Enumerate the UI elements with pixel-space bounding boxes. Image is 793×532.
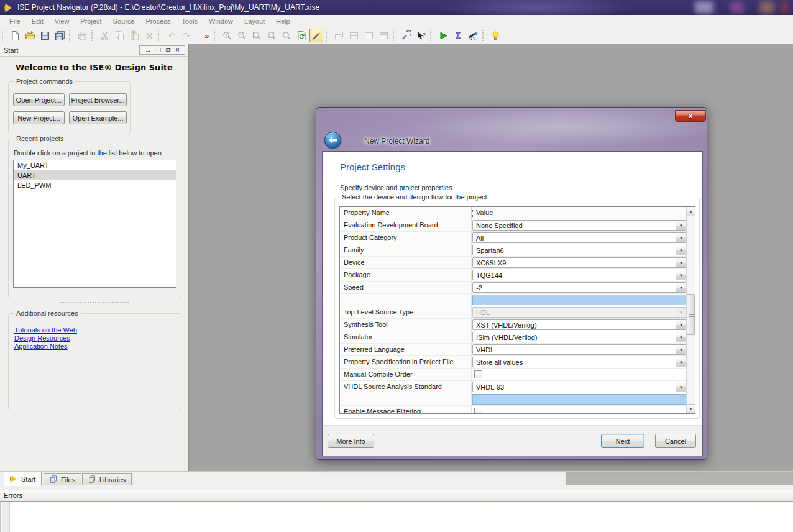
combo-simulator[interactable]: ISim (VHDL/Verilog)▼: [472, 332, 687, 342]
tab-start[interactable]: Start: [4, 472, 42, 486]
paste-icon[interactable]: [127, 29, 141, 42]
whats-this-help-icon[interactable]: ?: [414, 29, 428, 42]
menu-process[interactable]: Process: [140, 15, 176, 27]
project-browser-button[interactable]: Project Browser...: [69, 93, 127, 106]
combo-package[interactable]: TQG144▼: [472, 270, 687, 280]
chevron-down-icon[interactable]: ▼: [676, 345, 686, 354]
next-button[interactable]: Next: [601, 434, 644, 448]
tip-lightbulb-icon[interactable]: [488, 29, 502, 42]
combo-product-category[interactable]: All▼: [472, 232, 687, 243]
print-icon[interactable]: [75, 29, 89, 42]
combo-evaluation-development-board[interactable]: None Specified▼: [472, 220, 687, 231]
delete-icon[interactable]: [142, 29, 156, 42]
application-notes-link[interactable]: Application Notes: [14, 342, 77, 350]
toolbar-overflow-chevron[interactable]: »: [201, 31, 212, 40]
menu-layout[interactable]: Layout: [239, 15, 270, 27]
back-button[interactable]: [324, 132, 341, 149]
scroll-up-icon[interactable]: ▲: [687, 207, 695, 216]
property-value-cell: [472, 393, 687, 406]
scrollbar-thumb[interactable]: [687, 294, 695, 335]
refresh-view-icon[interactable]: [295, 29, 308, 42]
table-scrollbar[interactable]: ▲ ▼: [686, 207, 695, 413]
chevron-down-icon[interactable]: ▼: [676, 233, 686, 242]
combo-family[interactable]: Spartan6▼: [472, 245, 687, 255]
open-project-icon[interactable]: [23, 29, 37, 42]
zoom-box-icon[interactable]: [265, 29, 278, 42]
cascade-windows-icon[interactable]: [332, 29, 346, 42]
open-project-button[interactable]: Open Project...: [13, 93, 65, 106]
list-item-led-pwm[interactable]: LED_PWM: [14, 180, 176, 190]
chevron-down-icon[interactable]: ▼: [676, 382, 686, 392]
chevron-down-icon[interactable]: ▼: [676, 221, 686, 230]
combo-value: XC6SLX9: [476, 258, 506, 268]
chevron-down-icon[interactable]: ▼: [676, 320, 686, 329]
combo-device[interactable]: XC6SLX9▼: [472, 257, 687, 268]
combo-synthesis-tool[interactable]: XST (VHDL/Verilog)▼: [472, 319, 687, 330]
back-arrow-icon: [329, 137, 337, 144]
open-example-button[interactable]: Open Example...: [69, 111, 127, 124]
panel-restore-icon[interactable]: ⧉: [163, 46, 173, 54]
device-groupbox-label: Select the device and design flow for th…: [339, 193, 490, 201]
chevron-down-icon[interactable]: ▼: [676, 270, 686, 280]
panel-float-icon[interactable]: ↔: [142, 46, 154, 54]
tab-files[interactable]: Files: [44, 473, 81, 486]
scroll-down-icon[interactable]: ▼: [687, 404, 695, 413]
zoom-in-icon[interactable]: [220, 29, 234, 42]
tutorials-link[interactable]: Tutorials on the Web: [14, 326, 77, 334]
combo-speed[interactable]: -2▼: [472, 282, 687, 293]
menu-window[interactable]: Window: [203, 15, 239, 27]
errors-console[interactable]: [0, 502, 793, 532]
menu-source[interactable]: Source: [108, 15, 140, 27]
chevron-down-icon[interactable]: ▼: [676, 245, 686, 255]
tab-libraries[interactable]: Libraries: [82, 473, 132, 486]
restore-windows-icon[interactable]: [377, 29, 390, 42]
menu-file[interactable]: File: [4, 15, 26, 27]
list-item-my-uart[interactable]: My_UART: [14, 160, 176, 170]
zoom-selection-icon[interactable]: [280, 29, 293, 42]
run-icon[interactable]: [436, 29, 450, 42]
new-file-icon[interactable]: [8, 29, 22, 42]
project-settings-wrench-icon[interactable]: [399, 29, 413, 42]
panel-maximize-icon[interactable]: □: [154, 46, 163, 54]
design-summary-sigma-icon[interactable]: Σ: [451, 29, 465, 42]
menu-edit[interactable]: Edit: [26, 15, 49, 27]
chevron-down-icon[interactable]: ▼: [676, 332, 686, 342]
menu-view[interactable]: View: [49, 15, 75, 27]
copy-icon[interactable]: [112, 29, 126, 42]
cut-icon[interactable]: [98, 29, 111, 42]
chevron-down-icon[interactable]: ▼: [676, 357, 686, 367]
new-project-button[interactable]: New Project...: [13, 111, 65, 124]
property-name-header[interactable]: Property Name: [340, 207, 472, 219]
design-resources-link[interactable]: Design Resources: [14, 334, 77, 342]
panel-splitter-handle[interactable]: [60, 302, 129, 303]
combo-property-specification-in-project-file[interactable]: Store all values▼: [472, 357, 687, 367]
menu-project[interactable]: Project: [75, 15, 107, 27]
new-project-wizard-dialog: New Project Wizard x Project Settings Sp…: [316, 107, 707, 460]
save-all-icon[interactable]: [53, 29, 66, 42]
panel-close-icon[interactable]: ×: [173, 46, 182, 54]
list-item-uart[interactable]: UART: [14, 170, 176, 180]
checkbox-manual-compile-order[interactable]: [474, 370, 482, 378]
analyze-telescope-icon[interactable]: [466, 29, 480, 42]
checkbox-enable-message-filtering[interactable]: [474, 408, 482, 414]
chevron-down-icon[interactable]: ▼: [676, 258, 686, 267]
more-info-button[interactable]: More Info: [328, 434, 374, 448]
tile-horizontal-icon[interactable]: [347, 29, 360, 42]
zoom-out-icon[interactable]: [235, 29, 249, 42]
redo-icon[interactable]: ↷: [180, 29, 193, 42]
dialog-close-button[interactable]: x: [675, 110, 706, 122]
implement-top-module-icon[interactable]: [309, 29, 323, 42]
cancel-button[interactable]: Cancel: [655, 434, 696, 448]
combo-preferred-language[interactable]: VHDL▼: [472, 344, 687, 355]
menu-tools[interactable]: Tools: [176, 15, 203, 27]
save-icon[interactable]: [38, 29, 52, 42]
property-name-cell: Simulator: [340, 331, 472, 344]
zoom-full-icon[interactable]: [250, 29, 264, 42]
chevron-down-icon[interactable]: ▼: [676, 283, 686, 292]
tile-vertical-icon[interactable]: [362, 29, 375, 42]
undo-icon[interactable]: ↶: [165, 29, 178, 42]
menu-help[interactable]: Help: [270, 15, 296, 27]
toolbar-grip: [482, 30, 485, 41]
combo-vhdl-source-analysis-standard[interactable]: VHDL-93▼: [472, 382, 687, 392]
value-header[interactable]: Value: [472, 207, 687, 219]
